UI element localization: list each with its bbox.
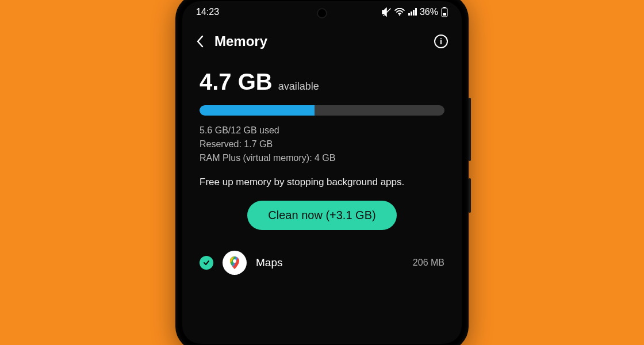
- ramplus-line: RAM Plus (virtual memory): 4 GB: [200, 151, 444, 165]
- content: 4.7 GB available 5.6 GB/12 GB used Reser…: [182, 55, 462, 279]
- wifi-icon: [394, 8, 405, 16]
- battery-text: 36%: [420, 7, 438, 17]
- svg-rect-7: [443, 13, 446, 16]
- info-icon: i: [440, 37, 442, 46]
- info-button[interactable]: i: [434, 34, 448, 48]
- memory-progress-fill: [200, 105, 315, 116]
- svg-rect-3: [413, 10, 415, 16]
- volume-button[interactable]: [469, 98, 471, 161]
- phone-frame: 14:23 36% Memory i 4.7 GB available: [175, 0, 469, 345]
- status-time: 14:23: [196, 7, 219, 17]
- maps-app-icon: [223, 251, 247, 275]
- app-row[interactable]: Maps 206 MB: [200, 246, 444, 279]
- app-name: Maps: [256, 256, 404, 269]
- app-size: 206 MB: [413, 258, 444, 268]
- camera-hole: [318, 9, 326, 17]
- memory-details: 5.6 GB/12 GB used Reserved: 1.7 GB RAM P…: [200, 124, 444, 165]
- maps-pin-icon: [227, 255, 242, 270]
- status-icons: 36%: [381, 7, 448, 17]
- used-line: 5.6 GB/12 GB used: [200, 124, 444, 137]
- battery-icon: [441, 7, 448, 17]
- svg-rect-1: [408, 13, 410, 16]
- svg-rect-6: [443, 7, 446, 8]
- screen: 14:23 36% Memory i 4.7 GB available: [182, 1, 462, 344]
- back-button[interactable]: [196, 35, 204, 48]
- page-title: Memory: [214, 33, 424, 49]
- memory-progress: [200, 105, 444, 116]
- hint-text: Free up memory by stopping background ap…: [200, 177, 444, 188]
- available-row: 4.7 GB available: [200, 69, 444, 95]
- svg-rect-2: [411, 12, 412, 16]
- check-icon: [202, 259, 210, 267]
- app-checkbox[interactable]: [200, 256, 213, 270]
- clean-now-button[interactable]: Clean now (+3.1 GB): [247, 201, 396, 230]
- reserved-line: Reserved: 1.7 GB: [200, 137, 444, 151]
- mute-icon: [381, 7, 392, 17]
- available-amount: 4.7 GB: [200, 69, 273, 95]
- svg-point-8: [233, 259, 236, 263]
- svg-point-0: [399, 14, 400, 16]
- svg-rect-4: [415, 8, 417, 16]
- header: Memory i: [182, 21, 462, 55]
- signal-icon: [408, 8, 417, 16]
- power-button[interactable]: [469, 178, 471, 213]
- available-label: available: [278, 80, 319, 93]
- chevron-left-icon: [196, 35, 204, 48]
